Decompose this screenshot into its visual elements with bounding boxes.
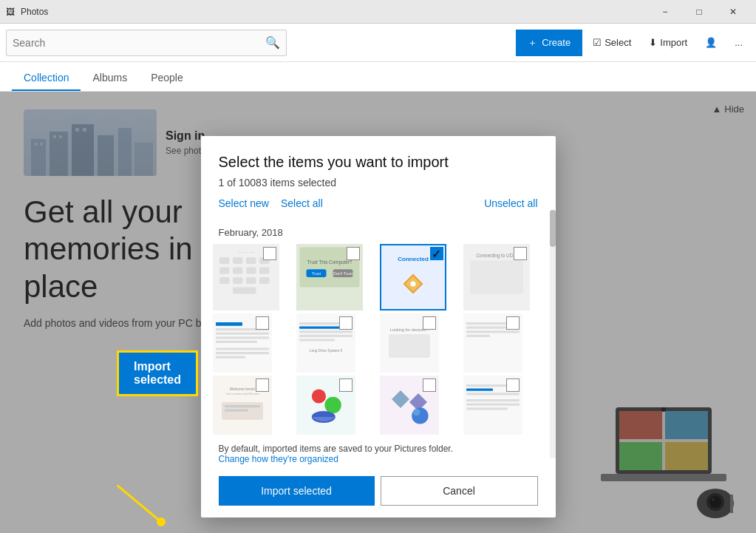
svg-rect-62: [216, 347, 269, 350]
svg-rect-99: [466, 399, 520, 401]
svg-rect-101: [466, 407, 508, 410]
svg-rect-60: [216, 336, 269, 339]
svg-rect-35: [259, 268, 270, 274]
app-header: 🔍 ＋ Create ☑ Select ⬇ Import 👤 ...: [0, 24, 756, 62]
photo-checkbox[interactable]: [347, 247, 360, 260]
scrollbar-thumb[interactable]: [550, 210, 556, 247]
svg-rect-30: [246, 257, 256, 264]
dialog-title: Select the items you want to import: [219, 154, 538, 171]
dialog-subtitle: 1 of 10083 items selected: [219, 177, 538, 189]
import-button[interactable]: ⬇ Import: [641, 30, 695, 56]
dialog-overlay: Select the items you want to import 1 of…: [0, 92, 756, 533]
svg-text:Long Drive System 5: Long Drive System 5: [309, 349, 342, 353]
account-button[interactable]: 👤: [698, 30, 724, 56]
photo-item[interactable]: · · · · · ·: [213, 244, 279, 310]
header-actions: ＋ Create ☑ Select ⬇ Import 👤 ...: [516, 30, 750, 56]
main-content: Sign in See photos from all your devi...…: [0, 92, 756, 533]
callout-arrow: [117, 485, 205, 529]
photo-item[interactable]: [463, 313, 522, 373]
app-title: Photos: [21, 7, 48, 17]
svg-rect-34: [246, 268, 256, 274]
svg-text:· · · · · ·: · · · · · ·: [238, 249, 254, 256]
svg-point-88: [324, 397, 341, 413]
nav-tabs: Collection Albums People: [0, 62, 756, 92]
photo-item[interactable]: [463, 376, 522, 435]
photo-item[interactable]: [213, 313, 272, 373]
photo-checkbox[interactable]: [263, 247, 276, 260]
minimize-button[interactable]: −: [648, 0, 682, 24]
tab-collection[interactable]: Collection: [12, 66, 81, 91]
tab-albums[interactable]: Albums: [81, 66, 139, 91]
search-input[interactable]: [13, 37, 265, 49]
unselect-all-button[interactable]: Unselect all: [484, 197, 537, 209]
dialog-import-button[interactable]: Import selected: [219, 476, 375, 506]
photo-item-selected[interactable]: Connected ✓: [380, 244, 446, 310]
dialog-cancel-button[interactable]: Cancel: [381, 476, 538, 506]
photo-item[interactable]: [380, 376, 439, 435]
svg-rect-33: [233, 268, 243, 274]
photo-checkbox[interactable]: [506, 378, 520, 392]
photo-checkbox-checked[interactable]: ✓: [430, 247, 443, 260]
scrollbar-track[interactable]: [550, 210, 556, 458]
svg-line-102: [117, 485, 161, 522]
svg-rect-85: [225, 410, 248, 412]
svg-rect-29: [233, 257, 243, 264]
svg-rect-97: [466, 389, 493, 391]
svg-rect-38: [246, 277, 256, 284]
svg-rect-84: [225, 405, 260, 407]
svg-rect-69: [299, 335, 353, 337]
photo-grid-row3: Welcome home! Your content and files are: [201, 373, 556, 435]
account-icon: 👤: [705, 37, 717, 48]
svg-rect-55: [470, 261, 523, 294]
svg-rect-59: [216, 333, 269, 335]
dialog-buttons: Import selected Cancel: [201, 470, 556, 517]
window-controls: − □ ✕: [648, 0, 750, 24]
svg-rect-32: [219, 268, 230, 274]
app-icon: 🖼: [6, 7, 15, 17]
svg-rect-63: [216, 352, 269, 354]
photo-checkbox[interactable]: [423, 316, 436, 330]
svg-rect-70: [299, 339, 335, 341]
photo-item[interactable]: Trust This Computer? Trust Don't Trust: [296, 244, 363, 310]
select-new-button[interactable]: Select new: [219, 197, 269, 209]
dialog-header: Select the items you want to import 1 of…: [201, 136, 556, 221]
svg-rect-28: [219, 257, 230, 264]
svg-point-94: [412, 409, 420, 416]
photo-checkbox[interactable]: [423, 378, 436, 392]
photo-item[interactable]: Looking for devices...: [380, 313, 439, 373]
search-box[interactable]: 🔍: [6, 30, 287, 56]
close-button[interactable]: ✕: [716, 0, 750, 24]
svg-point-103: [157, 517, 166, 526]
more-button[interactable]: ...: [727, 30, 750, 56]
svg-rect-68: [299, 330, 353, 333]
import-callout[interactable]: Import selected: [117, 350, 198, 396]
photo-checkbox[interactable]: [256, 316, 269, 330]
svg-rect-78: [466, 330, 520, 333]
import-dialog: Select the items you want to import 1 of…: [201, 136, 556, 517]
photo-checkbox[interactable]: [506, 316, 520, 330]
photo-item[interactable]: [296, 376, 355, 435]
dialog-top-actions: Select new Select all Unselect all: [219, 197, 538, 209]
svg-point-52: [410, 281, 415, 286]
maximize-button[interactable]: □: [682, 0, 716, 24]
photo-checkbox[interactable]: [514, 247, 527, 260]
dialog-date: February, 2018: [201, 221, 556, 244]
create-icon: ＋: [528, 36, 537, 50]
photo-item[interactable]: Welcome home! Your content and files are: [213, 376, 272, 435]
select-button[interactable]: ☑ Select: [585, 30, 638, 56]
svg-text:Connecting to UD...: Connecting to UD...: [476, 253, 517, 259]
create-button[interactable]: ＋ Create: [516, 30, 582, 56]
photo-item[interactable]: Connecting to UD...: [463, 244, 530, 310]
svg-point-87: [311, 389, 325, 403]
change-organization-link[interactable]: Change how they're organized: [219, 454, 338, 464]
photo-checkbox[interactable]: [339, 378, 353, 392]
photo-checkbox[interactable]: [339, 316, 353, 330]
select-all-button[interactable]: Select all: [281, 197, 323, 209]
photo-checkbox[interactable]: [256, 378, 269, 392]
title-bar: 🖼 Photos − □ ✕: [0, 0, 756, 24]
search-icon: 🔍: [265, 35, 280, 50]
photo-item[interactable]: Long Drive System 5: [296, 313, 355, 373]
svg-rect-79: [466, 335, 490, 337]
svg-rect-64: [216, 356, 245, 359]
tab-people[interactable]: People: [139, 66, 195, 91]
